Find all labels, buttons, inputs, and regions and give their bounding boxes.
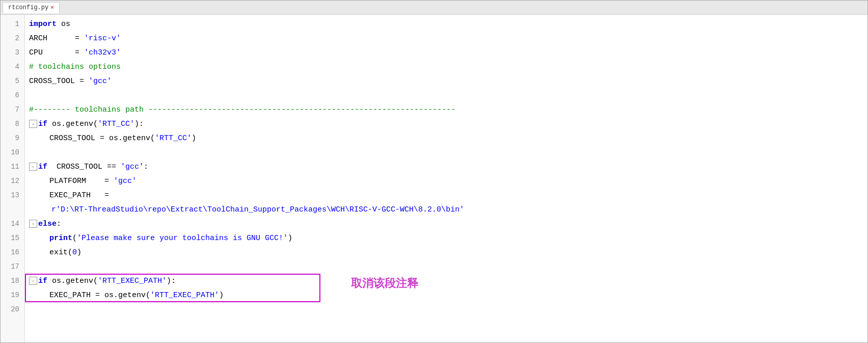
code-line-14: - else : (25, 217, 867, 231)
annotation-text: 取消该段注释 (351, 276, 418, 291)
token: : (57, 220, 61, 228)
token: if (38, 277, 47, 285)
token: # toolchains options (29, 63, 121, 71)
token: CROSS_TOOL = os.getenv( (49, 134, 155, 143)
token: ) (192, 134, 196, 143)
token: if (38, 163, 47, 171)
token: ) (288, 234, 292, 243)
code-line-20 (25, 302, 867, 316)
code-line-2: ARCH = 'risc-v' (25, 31, 867, 45)
fold-11[interactable]: - (29, 163, 37, 171)
code-line-1: import os (25, 17, 867, 31)
token: ( (72, 234, 77, 243)
code-line-15: print ( 'Please make sure your toolchain… (25, 231, 867, 245)
token: 'RTT_CC' (155, 134, 192, 143)
token: ): (134, 120, 144, 128)
code-line-13-cont: r'D:\RT-ThreadStudio\repo\Extract\ToolCh… (25, 202, 867, 217)
token: else (38, 220, 57, 228)
token: ARCH = (29, 34, 84, 43)
code-line-6 (25, 88, 867, 102)
fold-8[interactable]: - (29, 120, 37, 128)
token: os.getenv( (47, 120, 98, 128)
editor-window: rtconfig.py × 1 2 3 4 5 6 7 8 9 10 11 12… (0, 0, 868, 343)
code-area[interactable]: import os ARCH = 'risc-v' CPU = 'ch32v3'… (25, 15, 867, 342)
token: 0 (72, 248, 77, 257)
token: ) (77, 248, 82, 257)
token: 'RTT_EXEC_PATH' (150, 291, 219, 300)
token: PLATFORM = (49, 177, 114, 186)
token: #-------- toolchains path --------------… (29, 105, 455, 114)
code-line-19: EXEC_PATH = os.getenv( 'RTT_EXEC_PATH' ) (25, 288, 867, 302)
code-line-4: # toolchains options (25, 60, 867, 74)
token: 'RTT_EXEC_PATH' (98, 277, 167, 285)
line-numbers: 1 2 3 4 5 6 7 8 9 10 11 12 13 14 15 16 1… (1, 15, 25, 342)
fold-14[interactable]: - (29, 220, 37, 228)
token: 'gcc' (89, 77, 112, 86)
token: print (49, 234, 72, 243)
token: 'RTT_CC' (98, 120, 134, 128)
token: 'risc-v' (84, 34, 121, 43)
code-line-10 (25, 145, 867, 160)
editor-content: 1 2 3 4 5 6 7 8 9 10 11 12 13 14 15 16 1… (1, 15, 867, 342)
token: 'Please make sure your toolchains is GNU… (77, 234, 288, 243)
token: 'gcc' (121, 163, 144, 171)
fold-18[interactable]: - (29, 277, 37, 285)
token: EXEC_PATH = (49, 191, 109, 200)
token: CROSS_TOOL == (47, 163, 121, 171)
highlighted-region: - if os.getenv( 'RTT_EXEC_PATH' ): EXEC_… (25, 274, 867, 302)
token: : (144, 163, 148, 171)
token: os.getenv( (47, 277, 98, 285)
code-line-12: PLATFORM = 'gcc' (25, 174, 867, 188)
code-line-11: - if CROSS_TOOL == 'gcc' : (25, 160, 867, 174)
token: exit( (49, 248, 72, 257)
code-line-7: #-------- toolchains path --------------… (25, 102, 867, 117)
token: ): (167, 277, 176, 285)
code-line-17 (25, 259, 867, 274)
tab-bar: rtconfig.py × (1, 1, 867, 15)
code-line-13: EXEC_PATH = (25, 188, 867, 202)
code-line-18: - if os.getenv( 'RTT_EXEC_PATH' ): (25, 274, 867, 288)
token: import (29, 20, 57, 29)
token: os (57, 20, 70, 29)
tab-close[interactable]: × (50, 5, 54, 11)
token: 'ch32v3' (84, 48, 121, 57)
token: r'D:\RT-ThreadStudio\repo\Extract\ToolCh… (51, 205, 464, 214)
token: CPU = (29, 48, 84, 57)
token: CROSS_TOOL = (29, 77, 89, 86)
token: if (38, 120, 47, 128)
code-line-8: - if os.getenv( 'RTT_CC' ): (25, 117, 867, 131)
tab-label: rtconfig.py (8, 4, 48, 11)
token: EXEC_PATH = os.getenv( (49, 291, 150, 300)
token: ) (219, 291, 224, 300)
file-tab[interactable]: rtconfig.py × (3, 2, 60, 13)
code-line-9: CROSS_TOOL = os.getenv( 'RTT_CC' ) (25, 131, 867, 145)
code-line-16: exit( 0 ) (25, 245, 867, 259)
token: 'gcc' (114, 177, 137, 186)
code-line-3: CPU = 'ch32v3' (25, 45, 867, 60)
code-line-5: CROSS_TOOL = 'gcc' (25, 74, 867, 88)
